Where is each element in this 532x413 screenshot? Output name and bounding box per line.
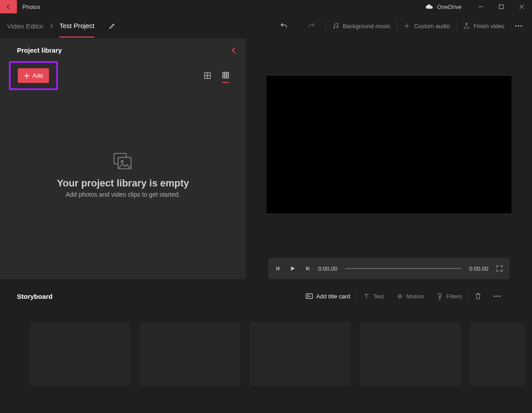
text-button: Text [357, 293, 390, 300]
library-title: Project library [17, 46, 62, 54]
finish-video-label: Finish video [474, 23, 504, 29]
play-button[interactable] [290, 265, 296, 272]
custom-audio-button[interactable]: Custom audio [397, 19, 456, 33]
add-label: Add [33, 72, 43, 79]
grid-small-icon [222, 72, 229, 78]
storyboard-title: Storyboard [17, 293, 53, 300]
svg-rect-19 [276, 266, 277, 271]
step-forward-button[interactable] [304, 265, 310, 272]
rename-button[interactable] [109, 22, 116, 29]
breadcrumb-project[interactable]: Test Project [59, 22, 94, 37]
minimize-button[interactable] [471, 0, 491, 13]
close-icon [520, 4, 524, 9]
video-preview[interactable] [266, 76, 512, 213]
close-button[interactable] [512, 0, 532, 13]
svg-point-6 [518, 25, 519, 26]
empty-media-icon [113, 153, 133, 170]
minimize-icon [479, 4, 483, 9]
storyboard-header: Storyboard Add title card Text Motion Fi… [17, 291, 525, 301]
text-icon [363, 293, 370, 299]
add-button[interactable]: Add [18, 68, 49, 83]
collapse-library-button[interactable] [232, 47, 236, 54]
music-icon [332, 22, 339, 29]
titlebar-left: Photos [0, 0, 40, 13]
titlebar: Photos OneDrive [0, 0, 532, 13]
clip-slot[interactable] [29, 322, 131, 386]
audio-icon [403, 22, 410, 29]
background-music-label: Background music [343, 23, 390, 29]
svg-point-5 [515, 25, 516, 26]
library-header: Project library [0, 38, 246, 57]
redo-icon [307, 22, 315, 30]
breadcrumb-root[interactable]: Video Editor [7, 22, 43, 30]
motion-icon [397, 293, 403, 300]
svg-point-7 [520, 25, 522, 26]
time-current: 0:00.00 [318, 265, 337, 272]
title-card-icon [306, 293, 313, 299]
svg-point-2 [334, 27, 335, 29]
storyboard-clips[interactable] [17, 322, 525, 386]
toolbar: Video Editor Test Project Background mus… [0, 13, 532, 38]
svg-point-24 [494, 295, 495, 297]
svg-rect-23 [438, 293, 441, 297]
delete-button [469, 293, 487, 300]
app-name: Photos [22, 4, 40, 10]
clip-slot[interactable] [250, 322, 351, 386]
project-library: Project library Add [0, 38, 246, 279]
chevron-right-icon [49, 23, 53, 29]
seek-bar[interactable] [345, 268, 461, 269]
add-button-highlight: Add [9, 61, 58, 90]
clip-slot[interactable] [139, 322, 241, 386]
frame-back-icon [275, 265, 282, 272]
filters-button: Filters [430, 293, 468, 300]
empty-subtitle: Add photos and video clips to get starte… [66, 191, 180, 198]
storyboard-more-button[interactable] [487, 295, 507, 297]
clip-slot[interactable] [470, 322, 525, 386]
plus-icon [24, 73, 29, 78]
text-label: Text [373, 293, 384, 300]
svg-point-22 [399, 295, 401, 297]
motion-button: Motion [390, 293, 430, 300]
clip-slot[interactable] [360, 322, 461, 386]
frame-forward-icon [304, 265, 310, 272]
view-large-button[interactable] [204, 72, 211, 83]
svg-point-26 [499, 295, 500, 297]
storyboard-actions: Add title card Text Motion Filters [299, 291, 507, 301]
add-title-card-label: Add title card [316, 293, 350, 300]
add-title-card-button[interactable]: Add title card [299, 293, 356, 300]
library-toolbar: Add [0, 57, 246, 95]
expand-icon [496, 265, 503, 272]
titlebar-right: OneDrive [426, 0, 532, 13]
onedrive-status[interactable]: OneDrive [426, 4, 462, 10]
filters-label: Filters [446, 293, 462, 300]
chevron-left-icon [232, 47, 236, 54]
pencil-icon [109, 22, 116, 29]
redo-button [298, 19, 325, 33]
motion-label: Motion [407, 293, 424, 300]
play-icon [290, 265, 296, 272]
svg-rect-1 [499, 5, 503, 9]
finish-video-button[interactable]: Finish video [457, 19, 511, 33]
undo-button[interactable] [270, 19, 298, 33]
fullscreen-button[interactable] [496, 265, 503, 272]
svg-point-4 [406, 25, 408, 27]
background-music-button[interactable]: Background music [326, 19, 397, 33]
cloud-icon [426, 4, 434, 9]
svg-rect-11 [223, 72, 229, 78]
back-button[interactable] [0, 0, 17, 13]
filters-icon [437, 293, 443, 300]
undo-icon [280, 22, 288, 30]
step-back-button[interactable] [275, 265, 282, 272]
maximize-button[interactable] [491, 0, 512, 13]
arrow-left-icon [5, 4, 12, 10]
player-controls: 0:00.00 0:00.00 [268, 258, 510, 279]
view-toggles [204, 72, 229, 79]
custom-audio-label: Custom audio [414, 23, 450, 29]
time-total: 0:00.00 [469, 265, 488, 272]
svg-point-25 [496, 295, 498, 297]
onedrive-label: OneDrive [437, 4, 462, 10]
view-small-button[interactable] [222, 72, 229, 83]
more-button[interactable] [511, 25, 527, 27]
toolbar-actions: Background music Custom audio Finish vid… [270, 19, 527, 33]
svg-rect-21 [306, 294, 312, 299]
